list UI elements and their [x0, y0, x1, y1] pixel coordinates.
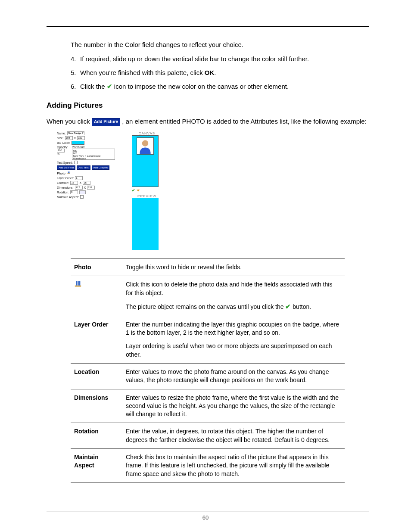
check-icon: ✔ [285, 303, 291, 310]
step-text: If required, slide up or down the vertic… [80, 55, 309, 62]
row-para: Toggle this word to hide or reveal the f… [126, 263, 340, 271]
row-para: Enter the value, in degrees, to rotate t… [126, 427, 340, 444]
row-desc: Check this box to maintain the aspect ra… [122, 449, 345, 483]
rotation-drop [79, 190, 86, 194]
row-para: Click this icon to delete the photo data… [126, 280, 340, 297]
row-label-icon [71, 276, 122, 316]
row-label: Layer Order [71, 316, 122, 363]
table-row: Layer Order Enter the number indicating … [71, 316, 345, 363]
add-text-button: Add Text [77, 165, 90, 170]
row-para: Layer ordering is useful when two or mor… [126, 342, 340, 359]
svg-rect-3 [69, 171, 69, 173]
row-desc: Enter values to move the photo frame aro… [122, 363, 345, 389]
add-graphic-button: Add Graphic [92, 165, 109, 170]
row-para: Enter values to resize the photo frame, … [126, 394, 340, 419]
body-before: When you click [47, 118, 92, 125]
row-label: Location [71, 363, 122, 389]
preview-title: PREVIEW [132, 194, 162, 198]
row-desc: Enter the value, in degrees, to rotate t… [122, 423, 345, 449]
table-row: Rotation Enter the value, in degrees, to… [71, 423, 345, 449]
check-icon: ✔ [107, 83, 112, 90]
row-desc: Enter values to resize the photo frame, … [122, 389, 345, 423]
svg-rect-7 [78, 281, 79, 286]
name-label: Name: [57, 132, 66, 135]
textspeed-label: Text Speed: [57, 161, 73, 164]
layerorder-label: Layer Order: [57, 177, 74, 180]
ok-bold: OK [205, 69, 215, 76]
svg-rect-1 [68, 171, 68, 173]
delete-icon [74, 283, 82, 289]
row-para: Enter values to move the photo frame aro… [126, 368, 340, 385]
add-dbfield-button: Add DB Field [57, 165, 75, 170]
size-label: Size: [57, 137, 64, 140]
maintain-label: Maintain Aspect: [57, 196, 79, 199]
step-text: Click the [80, 83, 107, 90]
loc-x-input: 16 [70, 181, 78, 185]
row-desc: Click this icon to delete the photo data… [122, 276, 345, 316]
row-para: Check this box to maintain the aspect ra… [126, 453, 340, 478]
rotation-input: 0 [70, 190, 78, 194]
step-5: 5.When you're finished with this palette… [71, 68, 369, 78]
dimensions-label: Dimensions: [57, 186, 74, 189]
row-label: Rotation [71, 423, 122, 449]
svg-rect-0 [67, 173, 70, 174]
step-text-after: icon to impose the new color on the canv… [112, 83, 289, 90]
table-row: Dimensions Enter values to resize the ph… [71, 389, 345, 423]
table-row: Location Enter values to move the photo … [71, 363, 345, 389]
step-text-after: . [214, 69, 216, 76]
table-row: Maintain Aspect Check this box to mainta… [71, 449, 345, 483]
avatar-icon [137, 137, 154, 155]
step-4: 4.If required, slide up or down the vert… [71, 54, 369, 64]
row-desc: Toggle this word to hide or reveal the f… [122, 259, 345, 276]
step-number: 5. [71, 68, 80, 78]
svg-rect-5 [75, 286, 81, 287]
rotation-label: Rotation: [57, 191, 69, 194]
section-heading: Adding Pictures [47, 101, 369, 110]
body-paragraph: When you click Add Picture , an element … [47, 117, 369, 126]
delete-mini-icon [67, 171, 71, 175]
opacity-pct: % [57, 152, 68, 156]
description-table: Photo Toggle this word to hide or reveal… [71, 258, 345, 483]
top-rule [47, 26, 369, 27]
partitions-list: MD NC New York > Long Island Warehouse [72, 149, 115, 160]
x-sep: X [74, 137, 76, 140]
preview-box [132, 198, 159, 250]
steps-list: 4.If required, slide up or down the vert… [71, 54, 369, 91]
opacity-label: Opacity: [57, 146, 68, 149]
dim-w-input: 117 [75, 186, 83, 190]
size-h-input: 323 [77, 136, 85, 140]
table-row: Photo Toggle this word to hide or reveal… [71, 259, 345, 276]
textspeed-checkbox [74, 161, 78, 164]
para-after: button. [291, 303, 311, 310]
svg-point-4 [142, 140, 148, 146]
maintain-checkbox [80, 195, 84, 199]
dim-h-input: 153 [87, 186, 95, 190]
table-row: Click this icon to delete the photo data… [71, 276, 345, 316]
attributes-panel: Name:New Badge 7 Size:204X323 BG Color: … [57, 131, 126, 250]
opacity-input: 100 [57, 149, 65, 152]
row-para: Enter the number indicating the layer th… [126, 320, 340, 337]
svg-rect-2 [68, 171, 69, 173]
step-6: 6.Click the ✔ icon to impose the new col… [71, 82, 369, 91]
intro-line: The number in the Color field changes to… [71, 40, 369, 49]
canvas-title: CANVAS [132, 131, 162, 135]
svg-rect-6 [76, 281, 78, 286]
para-before: The picture object remains on the canvas… [126, 303, 285, 310]
partitions-label: Partitions: [72, 146, 115, 149]
loc-y-input: 16 [83, 181, 90, 185]
x-sep: X [79, 181, 81, 184]
layerorder-input: 1 [75, 176, 83, 180]
apply-check-icon: ✔ [132, 188, 135, 193]
row-label: Dimensions [71, 389, 122, 423]
add-picture-button: Add Picture [92, 118, 120, 126]
canvas-box [132, 135, 159, 187]
bgcolor-swatch [72, 141, 84, 145]
step-number: 6. [71, 82, 80, 91]
bottom-rule [47, 511, 369, 511]
step-text: When you're finished with this palette, … [80, 69, 205, 76]
body-after: , an element entitled PHOTO is added to … [122, 118, 367, 125]
name-input: New Badge 7 [67, 131, 84, 135]
size-w-input: 204 [65, 136, 73, 140]
row-label: Photo [71, 259, 122, 276]
gear-icon: ✶ [137, 188, 140, 193]
